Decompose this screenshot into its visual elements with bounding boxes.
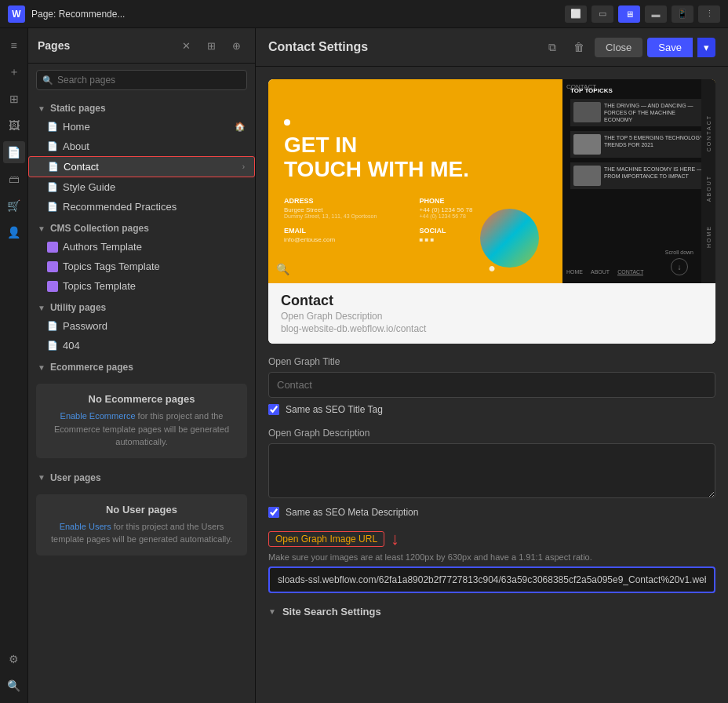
pages-header: Pages ✕ ⊞ ⊕ — [28, 28, 255, 64]
site-search-header[interactable]: ▼ Site Search Settings — [268, 606, 715, 617]
search-icon: 🔍 — [42, 75, 53, 86]
ecommerce-pages-arrow: ▼ — [38, 363, 46, 372]
header-actions: ⧉ 🗑 Close Save ▾ — [541, 36, 715, 58]
search-icon[interactable]: 🔍 — [3, 675, 25, 697]
more-icon[interactable]: ⋮ — [698, 5, 720, 23]
same-as-seo-desc-checkbox[interactable] — [268, 507, 279, 518]
og-image-label: Open Graph Image URL — [268, 531, 384, 547]
delete-btn[interactable]: 🗑 — [568, 36, 590, 58]
search-input[interactable] — [36, 70, 247, 90]
no-user-title: No User pages — [46, 504, 238, 515]
no-ecommerce-box: No Ecommerce pages Enable Ecommerce for … — [36, 384, 247, 458]
save-dropdown-button[interactable]: ▾ — [697, 38, 715, 57]
same-as-seo-title-checkbox[interactable] — [268, 404, 279, 415]
assets-icon[interactable]: 🖼 — [3, 115, 25, 137]
og-image-row: Open Graph Image URL ↓ — [268, 530, 715, 548]
cms-pages-section[interactable]: ▼ CMS Collection pages — [28, 217, 255, 237]
preview-dot — [284, 119, 290, 126]
page-file-icon: 📄 — [48, 162, 59, 173]
pages-title: Pages — [38, 39, 170, 52]
tablet-icon[interactable]: ▭ — [592, 5, 613, 23]
add-icon[interactable]: ＋ — [3, 61, 25, 83]
content-area: Contact Settings ⧉ 🗑 Close Save ▾ GET IN — [256, 28, 728, 703]
page-item-topics-tags[interactable]: Topics Tags Template — [28, 257, 255, 276]
preview-cards: THE DRIVING — AND DANCING — FORCES OF TH… — [570, 99, 708, 189]
vertical-contact-label: CONTACT — [706, 115, 712, 151]
page-item-about[interactable]: 📄 About — [28, 137, 255, 156]
page-file-icon: 📄 — [47, 321, 58, 332]
og-title-input[interactable] — [268, 372, 715, 398]
same-as-seo-desc-row: Same as SEO Meta Description — [268, 507, 715, 518]
ecommerce-pages-label: Ecommerce pages — [50, 362, 133, 373]
preview-left: GET IN TOUCH WITH ME. Adress Burgee Stre… — [268, 79, 562, 283]
same-as-seo-desc-label: Same as SEO Meta Description — [286, 507, 418, 518]
desktop-icon[interactable]: 🖥 — [618, 5, 640, 23]
pages-list: ▼ Static pages 📄 Home 🏠 📄 About 📄 Contac… — [28, 97, 255, 703]
no-user-desc: Enable Users for this project and the Us… — [46, 520, 238, 546]
add-page-icon[interactable]: ⊕ — [227, 36, 246, 55]
enable-ecommerce-link[interactable]: Enable Ecommerce — [60, 411, 136, 421]
left-toolbar: ≡ ＋ ⊞ 🖼 📄 🗃 🛒 👤 ⚙ 🔍 — [0, 28, 28, 703]
device-icons: ⬜ ▭ 🖥 ▬ 📱 ⋮ — [565, 5, 720, 23]
settings-icon[interactable]: ⚙ — [3, 648, 25, 670]
webflow-logo: W — [8, 5, 25, 23]
ecommerce-pages-section[interactable]: ▼ Ecommerce pages — [28, 355, 255, 376]
page-item-recommended[interactable]: 📄 Recommended Practices — [28, 197, 255, 217]
page-item-404[interactable]: 📄 404 — [28, 336, 255, 355]
layers-icon[interactable]: ≡ — [3, 35, 25, 56]
content-header: Contact Settings ⧉ 🗑 Close Save ▾ — [256, 28, 728, 67]
static-pages-arrow: ▼ — [38, 104, 46, 113]
page-file-icon: 📄 — [47, 341, 58, 352]
cms-icon[interactable]: 🗃 — [3, 168, 25, 190]
same-as-seo-title-label: Same as SEO Title Tag — [286, 404, 383, 415]
preview-circle-img — [480, 209, 539, 268]
page-preview-box: GET IN TOUCH WITH ME. Adress Burgee Stre… — [268, 79, 715, 344]
user-pages-section[interactable]: ▼ User pages — [28, 466, 255, 486]
duplicate-btn[interactable]: ⧉ — [541, 36, 563, 58]
close-pages-icon[interactable]: ✕ — [177, 36, 195, 55]
static-pages-label: Static pages — [50, 103, 106, 114]
page-item-contact[interactable]: 📄 Contact › — [28, 156, 255, 177]
add-folder-icon[interactable]: ⊞ — [202, 36, 220, 55]
cms-file-icon — [47, 281, 58, 292]
ecommerce-icon[interactable]: 🛒 — [3, 195, 25, 217]
vertical-home-label: HOME — [706, 225, 712, 248]
vertical-about-label: ABOUT — [706, 175, 712, 202]
preview-card-3: THE MACHINE ECONOMY IS HERE — FROM IMPOR… — [570, 162, 708, 189]
static-pages-section[interactable]: ▼ Static pages — [28, 97, 255, 117]
preview-right: CONTACT ABOUT HOME TOP TOPICKS THE DRIVI… — [562, 79, 715, 283]
phone-landscape-icon[interactable]: ▬ — [645, 5, 667, 23]
user-pages-label: User pages — [50, 472, 101, 483]
og-title-label: Open Graph Title — [268, 356, 715, 367]
page-item-home[interactable]: 📄 Home 🏠 — [28, 117, 255, 137]
components-icon[interactable]: ⊞ — [3, 88, 25, 110]
user-pages-arrow: ▼ — [38, 473, 46, 482]
page-arrow-icon: › — [242, 162, 245, 171]
page-file-icon: 📄 — [47, 182, 58, 193]
phone-icon[interactable]: 📱 — [672, 5, 693, 23]
cms-pages-label: CMS Collection pages — [50, 223, 149, 234]
preview-image: GET IN TOUCH WITH ME. Adress Burgee Stre… — [268, 79, 715, 283]
page-item-style-guide[interactable]: 📄 Style Guide — [28, 177, 255, 197]
monitor-icon[interactable]: ⬜ — [565, 5, 587, 23]
no-user-box: No User pages Enable Users for this proj… — [36, 494, 247, 555]
pages-icon[interactable]: 📄 — [3, 141, 25, 163]
utility-pages-section[interactable]: ▼ Utility pages — [28, 296, 255, 316]
preview-info-bar: Contact Open Graph Description blog-webs… — [268, 283, 715, 344]
enable-users-link[interactable]: Enable Users — [60, 522, 111, 531]
pages-panel: Pages ✕ ⊞ ⊕ 🔍 ▼ Static pages 📄 Home 🏠 — [28, 28, 256, 703]
save-button[interactable]: Save — [647, 38, 693, 57]
page-file-icon: 📄 — [47, 141, 58, 152]
og-desc-label: Open Graph Description — [268, 428, 715, 439]
content-scroll: GET IN TOUCH WITH ME. Adress Burgee Stre… — [256, 67, 728, 703]
no-ecommerce-title: No Ecommerce pages — [46, 393, 238, 405]
page-item-authors[interactable]: Authors Template — [28, 237, 255, 257]
close-button[interactable]: Close — [595, 38, 642, 57]
page-item-topics[interactable]: Topics Template — [28, 276, 255, 296]
users-icon[interactable]: 👤 — [3, 221, 25, 243]
og-image-url-input[interactable] — [268, 566, 715, 593]
page-label: Page: Recommende... — [31, 9, 125, 20]
page-item-password[interactable]: 📄 Password — [28, 316, 255, 336]
og-desc-textarea[interactable] — [268, 443, 715, 498]
utility-pages-arrow: ▼ — [38, 304, 46, 312]
